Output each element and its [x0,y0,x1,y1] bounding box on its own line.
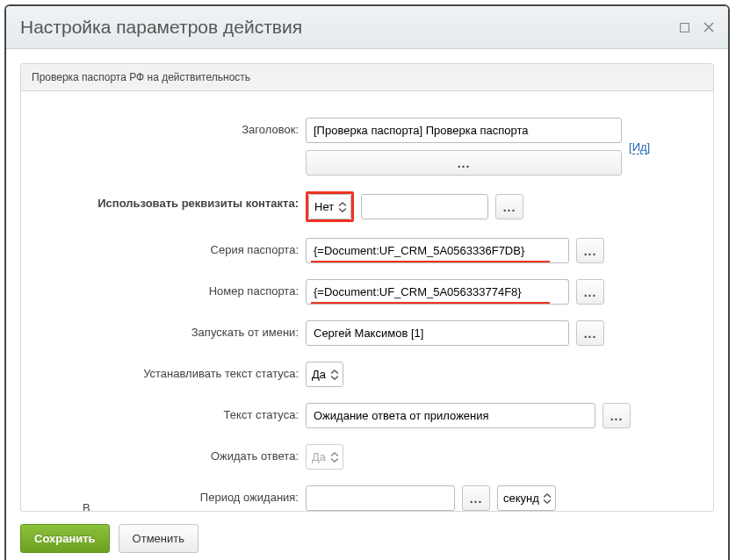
truncated-row-fragment: В [83,501,90,511]
dialog-header: Настройка параметров действия [6,6,728,49]
dialog-title: Настройка параметров действия [20,17,302,38]
row-run-as: Запускать от имени: ... [42,320,692,346]
save-button[interactable]: Сохранить [20,524,110,553]
status-text-label: Текст статуса: [42,403,306,421]
status-text-input[interactable] [306,403,595,428]
row-passport-number: Номер паспорта: ... [42,279,692,305]
heading-label: Заголовок: [42,118,306,136]
run-as-label: Запускать от имени: [42,320,306,339]
use-contact-input[interactable] [361,194,488,219]
passport-number-label: Номер паспорта: [42,279,306,298]
status-text-control: ... [306,403,692,428]
run-as-control: ... [306,320,692,346]
passport-series-control: ... [306,238,692,263]
row-passport-series: Серия паспорта: ... [42,238,692,263]
row-use-contact: Использовать реквизиты контакта: Нет ... [42,191,692,222]
passport-series-input[interactable] [306,238,569,263]
heading-input[interactable] [306,118,622,143]
highlight-red-box: Нет [306,191,354,222]
form-section: Проверка паспорта РФ на действительность… [20,63,714,512]
passport-series-dots-button[interactable]: ... [576,238,604,263]
passport-number-input[interactable] [306,279,569,305]
status-text-dots-button[interactable]: ... [603,403,631,428]
wait-period-dots-button[interactable]: ... [462,485,490,511]
passport-series-label: Серия паспорта: [42,238,306,256]
use-contact-select[interactable]: Нет [308,194,351,219]
run-as-dots-button[interactable]: ... [576,320,604,346]
set-status-control: Да [306,362,692,387]
row-status-text: Текст статуса: ... [42,403,692,428]
dialog-footer: Сохранить Отменить [6,512,728,560]
red-underline-series [311,261,550,262]
wait-period-label: Период ожидания: [42,485,306,504]
run-as-input[interactable] [306,320,569,346]
heading-dots-button[interactable]: ... [306,150,622,176]
svg-rect-0 [681,23,689,32]
use-contact-control: Нет ... [306,191,692,222]
section-title: Проверка паспорта РФ на действительность [21,64,713,91]
wait-period-input[interactable] [306,485,455,511]
wait-period-unit-select[interactable]: секунд [497,485,556,511]
maximize-icon[interactable] [679,22,690,33]
row-set-status: Устанавливать текст статуса: Да [42,362,692,387]
window-controls [679,22,714,33]
row-wait-reply: Ожидать ответа: Да [42,444,692,470]
id-bracket-close: ] [647,140,651,154]
set-status-label: Устанавливать текст статуса: [42,362,306,380]
red-underline-number [311,302,550,304]
wait-reply-control: Да [306,444,692,470]
dialog-body: Проверка паспорта РФ на действительность… [6,49,728,512]
dialog-window: Настройка параметров действия Проверка п… [5,5,729,560]
use-contact-label: Использовать реквизиты контакта: [42,191,306,210]
wait-reply-label: Ожидать ответа: [42,444,306,463]
section-body: Заголовок: ... [Ид] Использовать реквизи… [21,91,713,511]
passport-number-control: ... [306,279,692,305]
wait-reply-select: Да [306,444,343,470]
wait-period-control: ... секунд [306,485,692,511]
cancel-button[interactable]: Отменить [119,524,198,553]
row-heading: Заголовок: ... [Ид] [42,118,692,176]
heading-control: ... [Ид] [306,118,692,176]
use-contact-dots-button[interactable]: ... [495,194,523,219]
row-wait-period: Период ожидания: ... секунд [42,485,692,511]
close-icon[interactable] [703,22,714,33]
passport-number-dots-button[interactable]: ... [576,279,604,305]
set-status-select[interactable]: Да [306,362,343,387]
id-link[interactable]: Ид [632,140,647,154]
id-link-wrapper[interactable]: [Ид] [629,140,650,154]
